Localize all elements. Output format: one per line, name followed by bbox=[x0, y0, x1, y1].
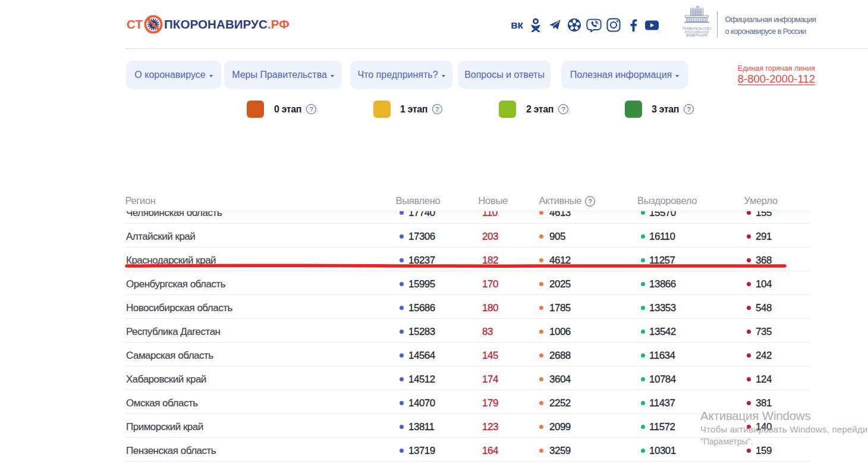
svg-text:вк: вк bbox=[511, 18, 523, 31]
